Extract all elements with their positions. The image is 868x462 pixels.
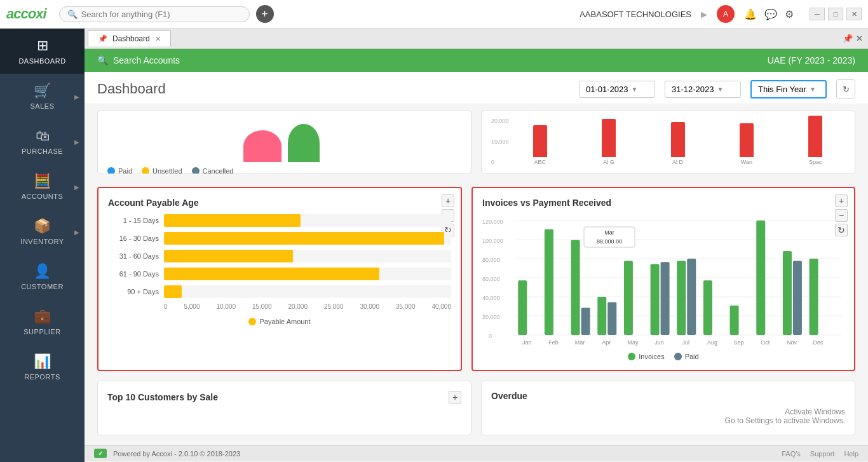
sidebar-item-dashboard[interactable]: ⊞ DASHBOARD — [0, 29, 85, 74]
payable-age-x-axis: 05,00010,00015,00020,00025,00030,00035,0… — [164, 303, 451, 310]
sidebar-item-supplier[interactable]: 💼 SUPPLIER — [0, 299, 85, 344]
legend-invoices: Invoices — [628, 353, 664, 360]
invoice-bar — [730, 306, 739, 335]
company-name: AABASOFT TECHNOLOGIES — [580, 10, 691, 19]
topbar: accoxi 🔍 + AABASOFT TECHNOLOGIES ▶ A 🔔 💬… — [0, 0, 868, 29]
tab-close-icon[interactable]: ✕ — [155, 35, 161, 43]
footer-logo: ✓ — [94, 449, 107, 458]
month-label: Aug — [707, 339, 717, 346]
faq-link[interactable]: FAQ's — [782, 450, 801, 458]
tab-bar: 📌 Dashboard ✕ 📌 ✕ — [85, 29, 868, 49]
notification-icon[interactable]: 🔔 — [744, 8, 757, 20]
message-icon[interactable]: 💬 — [764, 8, 777, 20]
reports-icon: 📊 — [34, 353, 51, 370]
dashboard-title-row: Dashboard 01-01-2023 ▼ 31-12-2023 ▼ This… — [85, 72, 868, 104]
inventory-arrow-icon: ▶ — [74, 228, 79, 235]
svg-text:100,000: 100,000 — [482, 238, 503, 244]
search-input[interactable] — [81, 10, 234, 19]
svg-text:120,000: 120,000 — [482, 219, 503, 225]
customer-icon: 👤 — [34, 263, 51, 280]
svg-text:0: 0 — [489, 333, 492, 339]
settings-icon[interactable]: ⚙ — [785, 8, 794, 20]
search-bar[interactable]: 🔍 — [59, 6, 250, 22]
invoices-chart-container: 120,000 100,000 80,000 60,000 40,000 20,… — [482, 214, 844, 350]
window-controls: ─ □ ✕ — [810, 8, 862, 20]
bar-fill — [164, 250, 293, 262]
purchase-arrow-icon: ▶ — [74, 138, 79, 145]
minimize-button[interactable]: ─ — [810, 8, 825, 20]
sidebar-label-inventory: INVENTORY — [20, 238, 64, 245]
footer-links: FAQ's Support Help — [782, 450, 858, 458]
top10-customers-card: Top 10 Customers by Sale + — [97, 381, 471, 435]
payable-age-bars: 1 - 15 Days 16 - 30 Days 31 - 60 Days 61… — [108, 214, 451, 298]
help-link[interactable]: Help — [844, 450, 858, 458]
add-button[interactable]: + — [256, 5, 274, 23]
sidebar-label-supplier: SUPPLIER — [24, 328, 60, 336]
overdue-card: Overdue Activate Windows Go to Settings … — [481, 381, 855, 435]
payable-bar-row: 16 - 30 Days — [108, 232, 451, 245]
period-select[interactable]: This Fin Year ▼ — [750, 80, 827, 99]
unsettled-dot — [142, 167, 149, 174]
date-from-input[interactable]: 01-01-2023 ▼ — [579, 81, 655, 98]
payable-legend-label: Payable Amount — [259, 318, 310, 325]
date-to-value: 31-12-2023 — [672, 85, 714, 94]
date-to-input[interactable]: 31-12-2023 ▼ — [665, 81, 741, 98]
tab-close-action-icon[interactable]: ✕ — [856, 34, 863, 43]
payable-bar-row: 90 + Days — [108, 285, 451, 298]
paid-bar — [687, 259, 696, 335]
purchase-icon: 🛍 — [36, 128, 50, 144]
legend-payable-amount: Payable Amount — [248, 318, 310, 325]
sidebar-item-purchase[interactable]: 🛍 PURCHASE ▶ — [0, 119, 85, 164]
support-link[interactable]: Support — [810, 450, 835, 458]
invoice-bar — [703, 280, 712, 335]
search-accounts-btn[interactable]: 🔍 Search Accounts — [97, 55, 180, 65]
invoice-bar — [756, 221, 765, 335]
bar-bg — [164, 285, 451, 298]
x-axis-label: 25,000 — [324, 303, 344, 310]
legend-paid: Paid — [107, 167, 132, 174]
fiscal-year-label: UAE (FY 2023 - 2023) — [768, 55, 855, 65]
invoice-bar — [624, 261, 633, 335]
invoice-bar — [518, 280, 527, 335]
top-partial-charts: Paid Unsettled Cancelled — [85, 104, 868, 177]
bar-bg — [164, 268, 451, 280]
bar-label: 16 - 30 Days — [108, 234, 159, 242]
payable-age-expand-btn[interactable]: + — [442, 194, 454, 207]
paid-bar — [607, 302, 616, 335]
bar-fill — [164, 214, 301, 227]
tab-label-dashboard: Dashboard — [112, 34, 150, 43]
tab-dashboard[interactable]: 📌 Dashboard ✕ — [88, 31, 171, 46]
activate-windows: Activate Windows Go to Settings to activ… — [491, 407, 845, 425]
legend-paid-dark: Paid — [674, 353, 699, 360]
sidebar-item-sales[interactable]: 🛒 SALES ▶ — [0, 74, 85, 119]
paid-dark-dot — [674, 353, 682, 360]
charts-grid: Account Payable Age + − ↻ 1 - 15 Days 16… — [85, 177, 868, 381]
tab-pin-action-icon[interactable]: 📌 — [843, 34, 853, 43]
bar-label: 61 - 90 Days — [108, 270, 159, 278]
activate-title: Activate Windows — [491, 407, 845, 416]
x-axis-label: 30,000 — [360, 303, 379, 310]
sidebar-item-inventory[interactable]: 📦 INVENTORY ▶ — [0, 209, 85, 254]
sidebar-label-purchase: PURCHASE — [22, 147, 63, 155]
refresh-button[interactable]: ↻ — [836, 79, 855, 99]
topbar-right: AABASOFT TECHNOLOGIES ▶ A 🔔 💬 ⚙ ─ □ ✕ — [580, 5, 862, 23]
close-button[interactable]: ✕ — [846, 8, 862, 20]
legend-cancelled: Cancelled — [192, 167, 234, 174]
maximize-button[interactable]: □ — [828, 8, 843, 20]
invoices-expand-btn[interactable]: + — [835, 194, 848, 207]
svg-text:20,000: 20,000 — [482, 314, 500, 320]
month-label: Oct — [761, 339, 770, 346]
footer-brand: Powered by Accoxi - 2.0.10 © 2018-2023 — [113, 450, 240, 458]
month-label: Nov — [787, 339, 797, 346]
sidebar-item-customer[interactable]: 👤 CUSTOMER — [0, 254, 85, 299]
tooltip-title: Mar — [604, 229, 614, 236]
bar-bg — [164, 232, 451, 245]
svg-text:80,000: 80,000 — [482, 257, 500, 263]
invoice-bar — [597, 297, 606, 335]
bar-label: 1 - 15 Days — [108, 217, 159, 224]
bar-fill — [164, 232, 444, 245]
x-axis-label: 15,000 — [252, 303, 272, 310]
sidebar-item-accounts[interactable]: 🧮 ACCOUNTS ▶ — [0, 164, 85, 209]
sidebar-item-reports[interactable]: 📊 REPORTS — [0, 344, 85, 390]
top10-expand-btn[interactable]: + — [449, 391, 461, 404]
